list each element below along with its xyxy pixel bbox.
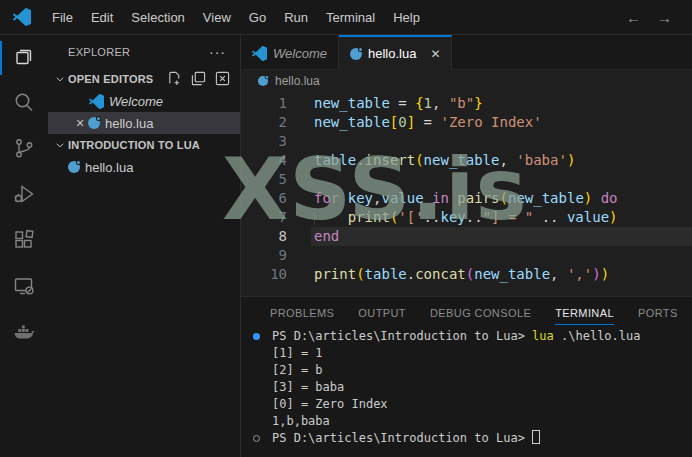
panel-tab-output[interactable]: OUTPUT: [358, 301, 406, 325]
tab-label: hello.lua: [368, 46, 416, 61]
code-token: table: [314, 152, 356, 168]
code-line-2[interactable]: 2new_table[0] = 'Zero Index': [241, 113, 692, 132]
search-icon: [12, 90, 36, 118]
activitybar-docker[interactable]: [0, 311, 48, 357]
activitybar-source-control[interactable]: [0, 127, 48, 173]
lua-file-icon: [258, 76, 268, 86]
vscode-logo-icon: [13, 8, 31, 26]
close-editor-icon[interactable]: ✕: [72, 117, 88, 130]
code-editor[interactable]: 1new_table = {1, "b"}2new_table[0] = 'Ze…: [241, 92, 692, 296]
line-number: 8: [241, 227, 287, 246]
code-token: ,: [432, 95, 449, 111]
terminal-line-1: PS D:\articles\Introduction to Lua> lua …: [272, 328, 692, 345]
code-token: ,: [550, 266, 567, 282]
menu-run[interactable]: Run: [275, 0, 317, 34]
code-token: (: [466, 266, 474, 282]
code-token: [424, 190, 432, 206]
menu-selection[interactable]: Selection: [122, 0, 193, 34]
terminal-line-3: [2] = b: [272, 362, 692, 379]
code-token: (: [500, 190, 508, 206]
nav-back-icon[interactable]: ←: [626, 9, 641, 26]
extensions-icon: [12, 228, 36, 256]
tree-item-hello-lua[interactable]: hello.lua: [48, 156, 240, 178]
open-editors-label: OPEN EDITORS: [68, 73, 153, 85]
line-number: 4: [241, 151, 287, 170]
nav-forward-icon[interactable]: →: [657, 9, 672, 26]
vscode-window: FileEditSelectionViewGoRunTerminalHelp ←…: [0, 0, 692, 457]
close-all-editors-icon[interactable]: [215, 71, 230, 88]
panel-tab-debug-console[interactable]: DEBUG CONSOLE: [430, 301, 531, 325]
code-line-8[interactable]: 8end: [241, 227, 692, 246]
bottom-panel: PROBLEMSOUTPUTDEBUG CONSOLETERMINALPORTS…: [241, 296, 692, 457]
open-editor-hello-lua[interactable]: ✕hello.lua: [48, 112, 240, 134]
tab-welcome[interactable]: Welcome: [241, 35, 339, 69]
menu-edit[interactable]: Edit: [82, 0, 122, 34]
menu-file[interactable]: File: [43, 0, 82, 34]
activitybar-run-debug[interactable]: [0, 173, 48, 219]
code-token: [339, 190, 347, 206]
code-token: 'baba': [516, 152, 567, 168]
activitybar-remote-explorer[interactable]: [0, 265, 48, 311]
code-line-7[interactable]: 7 print('['..key.."] = " .. value): [241, 208, 692, 227]
code-line-9[interactable]: 9: [241, 246, 692, 265]
activitybar-explorer[interactable]: [0, 35, 48, 81]
menu-view[interactable]: View: [194, 0, 240, 34]
terminal-text: PS D:\articles\Introduction to Lua>: [272, 431, 532, 445]
breadcrumb[interactable]: hello.lua: [241, 70, 692, 92]
code-line-3[interactable]: 3: [241, 132, 692, 151]
folder-header[interactable]: INTRODUCTION TO LUA: [48, 134, 240, 156]
terminal-line-2: [1] = 1: [272, 345, 692, 362]
tab-hello-lua[interactable]: hello.lua✕: [339, 35, 453, 70]
code-token: new_table: [314, 114, 390, 130]
sidebar-title: EXPLORER: [68, 46, 130, 58]
code-token: "] = ": [483, 209, 534, 225]
code-token: 1: [424, 95, 432, 111]
terminal-output[interactable]: PS D:\articles\Introduction to Lua> lua …: [241, 325, 692, 447]
code-token: new_table: [314, 95, 390, 111]
tab-label: Welcome: [273, 46, 327, 61]
terminal-text: .\hello.lua: [554, 329, 641, 343]
code-token: insert: [365, 152, 416, 168]
menu-go[interactable]: Go: [240, 0, 275, 34]
code-line-5[interactable]: 5: [241, 170, 692, 189]
terminal-text: [0] = Zero Index: [272, 397, 388, 411]
panel-tab-problems[interactable]: PROBLEMS: [270, 301, 334, 325]
terminal-line-4: [3] = baba: [272, 379, 692, 396]
code-token: ): [592, 266, 600, 282]
code-line-1[interactable]: 1new_table = {1, "b"}: [241, 94, 692, 113]
code-token: .: [407, 266, 415, 282]
more-actions-icon[interactable]: ···: [209, 44, 226, 60]
code-token: ): [584, 190, 592, 206]
tree-item-label: hello.lua: [85, 160, 133, 175]
activitybar-extensions[interactable]: [0, 219, 48, 265]
open-editor-welcome[interactable]: Welcome: [48, 90, 240, 112]
code-token: '[': [398, 209, 423, 225]
code-line-6[interactable]: 6for key,value in pairs(new_table) do: [241, 189, 692, 208]
line-number: 1: [241, 94, 287, 113]
code-token: pairs: [457, 190, 499, 206]
code-line-10[interactable]: 10print(table.concat(new_table, ',')): [241, 265, 692, 284]
line-number: 5: [241, 170, 287, 189]
code-token: }: [474, 95, 482, 111]
panel-tab-terminal[interactable]: TERMINAL: [555, 301, 614, 325]
code-line-4[interactable]: 4table.insert(new_table, 'baba'): [241, 151, 692, 170]
open-editor-label: hello.lua: [105, 116, 153, 131]
line-number: 2: [241, 113, 287, 132]
menu-help[interactable]: Help: [384, 0, 429, 34]
code-token: (: [356, 266, 364, 282]
activitybar-search[interactable]: [0, 81, 48, 127]
panel-tab-ports[interactable]: PORTS: [638, 301, 678, 325]
open-editors-header[interactable]: OPEN EDITORS: [48, 68, 240, 90]
menu-terminal[interactable]: Terminal: [317, 0, 384, 34]
code-token: key: [348, 190, 373, 206]
terminal-text: 1,b,baba: [272, 414, 330, 428]
code-token: (: [415, 152, 423, 168]
code-token: ): [567, 152, 575, 168]
chevron-down-icon: [52, 137, 68, 153]
close-tab-icon[interactable]: ✕: [430, 47, 440, 61]
terminal-text: PS D:\articles\Introduction to Lua>: [272, 329, 532, 343]
code-token: table: [365, 266, 407, 282]
save-all-icon[interactable]: [191, 71, 206, 88]
terminal-text: [2] = b: [272, 363, 323, 377]
new-untitled-file-icon[interactable]: [167, 71, 182, 88]
